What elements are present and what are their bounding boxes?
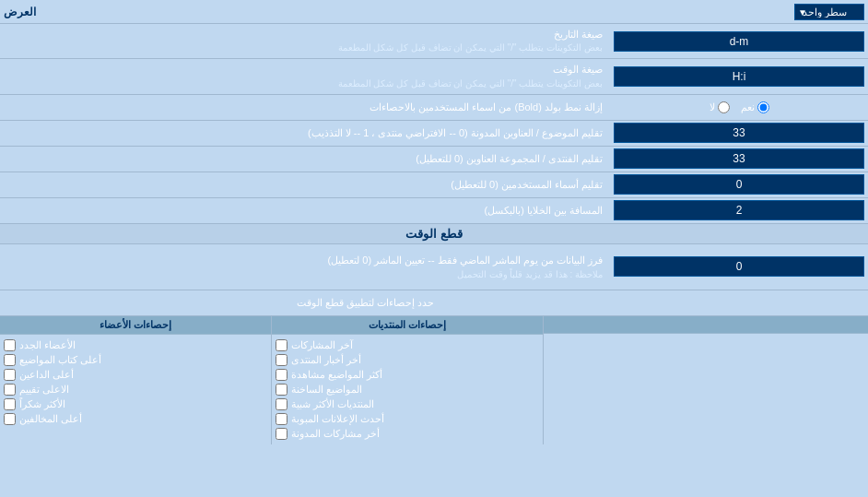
stats-middle-col-header: إحصاءات المنتديات bbox=[272, 316, 543, 335]
forum-sort-input[interactable] bbox=[614, 148, 864, 169]
list-item: أعلى الداعين bbox=[4, 369, 267, 381]
bold-radio-yes-input[interactable] bbox=[757, 101, 769, 113]
time-format-input-wrapper[interactable] bbox=[610, 65, 868, 89]
cutoff-row: فرز البيانات من يوم الماشر الماضي فقط --… bbox=[0, 244, 868, 290]
display-select-wrapper[interactable]: سطر واحدسطرينثلاثة أسطر ▼ bbox=[794, 4, 864, 20]
bold-radio-no-input[interactable] bbox=[718, 101, 730, 113]
stats-left-col: إحصاءات الأعضاء الأعضاء الجدد أعلى كتاب … bbox=[0, 316, 271, 444]
left-checkbox-4[interactable] bbox=[4, 398, 16, 410]
topic-sort-input-wrapper[interactable] bbox=[610, 121, 868, 145]
user-sort-label: تقليم أسماء المستخدمين (0 للتعطيل) bbox=[0, 174, 610, 195]
left-checkbox-0[interactable] bbox=[4, 339, 16, 351]
list-item: الأكثر شكراً bbox=[4, 398, 267, 410]
date-format-row: صيغة التاريخ بعض التكوينات يتطلب "/" الت… bbox=[0, 24, 868, 59]
time-format-label: صيغة الوقت بعض التكوينات يتطلب "/" التي … bbox=[0, 59, 610, 93]
cutoff-header: قطع الوقت bbox=[0, 224, 868, 244]
display-select[interactable]: سطر واحدسطرينثلاثة أسطر bbox=[794, 4, 864, 20]
middle-checkbox-0[interactable] bbox=[276, 339, 287, 351]
date-format-input-wrapper[interactable] bbox=[610, 30, 868, 53]
list-item: المواضيع الساخنة bbox=[276, 384, 539, 396]
topic-sort-label: تقليم الموضوع / العناوين المدونة (0 -- ا… bbox=[0, 123, 610, 144]
middle-checkbox-6[interactable] bbox=[276, 428, 287, 440]
topic-sort-input[interactable] bbox=[614, 123, 864, 143]
list-item: الاعلى تقييم bbox=[4, 384, 267, 396]
list-item: الأعضاء الجدد bbox=[4, 339, 267, 351]
middle-checkbox-1[interactable] bbox=[276, 354, 287, 366]
spacing-row: المسافة بين الخلايا (بالبكسل) bbox=[0, 198, 868, 224]
bold-label: إزالة نمط بولد (Bold) من اسماء المستخدمي… bbox=[0, 97, 610, 118]
stats-left-col-items: الأعضاء الجدد أعلى كتاب المواضيع أعلى ال… bbox=[0, 335, 271, 430]
top-bar-label: العرض bbox=[4, 6, 36, 18]
list-item: المنتديات الأكثر شبية bbox=[276, 398, 539, 410]
spacing-input-wrapper[interactable] bbox=[610, 198, 868, 222]
date-format-input[interactable] bbox=[614, 31, 864, 52]
stats-right-spacer bbox=[543, 316, 869, 444]
bold-radio-yes[interactable]: نعم bbox=[741, 101, 769, 113]
list-item: أخر أخبار المنتدى bbox=[276, 354, 539, 366]
forum-sort-input-wrapper[interactable] bbox=[610, 147, 868, 171]
middle-checkbox-3[interactable] bbox=[276, 384, 287, 396]
time-format-input[interactable] bbox=[614, 66, 864, 87]
topic-sort-row: تقليم الموضوع / العناوين المدونة (0 -- ا… bbox=[0, 121, 868, 147]
cutoff-input-wrapper[interactable] bbox=[610, 253, 868, 280]
list-item: أخر مشاركات المدونة bbox=[276, 428, 539, 440]
date-format-label: صيغة التاريخ بعض التكوينات يتطلب "/" الت… bbox=[0, 24, 610, 58]
user-sort-input-wrapper[interactable] bbox=[610, 172, 868, 196]
spacing-label: المسافة بين الخلايا (بالبكسل) bbox=[0, 200, 610, 221]
time-format-row: صيغة الوقت بعض التكوينات يتطلب "/" التي … bbox=[0, 59, 868, 94]
cutoff-label: فرز البيانات من يوم الماشر الماضي فقط --… bbox=[0, 249, 610, 286]
left-checkbox-3[interactable] bbox=[4, 384, 16, 396]
left-checkbox-2[interactable] bbox=[4, 369, 16, 381]
list-item: أعلى كتاب المواضيع bbox=[4, 354, 267, 366]
forum-sort-label: تقليم الفنتدى / المجموعة العناوين (0 للت… bbox=[0, 148, 610, 170]
bold-radio-options: نعم لا bbox=[610, 98, 868, 117]
middle-checkbox-2[interactable] bbox=[276, 369, 287, 381]
stats-apply-label: حدد إحصاءات لتطبيق قطع الوقت bbox=[7, 297, 434, 309]
forum-sort-row: تقليم الفنتدى / المجموعة العناوين (0 للت… bbox=[0, 147, 868, 172]
middle-checkbox-4[interactable] bbox=[276, 398, 287, 410]
list-item: آخر المشاركات bbox=[276, 339, 539, 351]
list-item: أعلى المخالفين bbox=[4, 413, 267, 425]
list-item: أحدث الإعلانات المبوبة bbox=[276, 413, 539, 425]
stats-left-col-header: إحصاءات الأعضاء bbox=[0, 316, 271, 335]
list-item: أكثر المواضيع مشاهدة bbox=[276, 369, 539, 381]
stats-right-col-header bbox=[544, 316, 869, 334]
user-sort-input[interactable] bbox=[614, 174, 864, 195]
bold-row: نعم لا إزالة نمط بولد (Bold) من اسماء ال… bbox=[0, 95, 868, 121]
stats-middle-col-items: آخر المشاركات أخر أخبار المنتدى أكثر الم… bbox=[272, 335, 543, 444]
spacing-input[interactable] bbox=[614, 200, 864, 220]
user-sort-row: تقليم أسماء المستخدمين (0 للتعطيل) bbox=[0, 172, 868, 198]
left-checkbox-5[interactable] bbox=[4, 413, 16, 425]
stats-middle-col: إحصاءات المنتديات آخر المشاركات أخر أخبا… bbox=[271, 316, 543, 444]
top-bar: سطر واحدسطرينثلاثة أسطر ▼ العرض bbox=[0, 0, 868, 24]
left-checkbox-1[interactable] bbox=[4, 354, 16, 366]
middle-checkbox-5[interactable] bbox=[276, 413, 287, 425]
cutoff-input[interactable] bbox=[614, 256, 864, 277]
stats-right-col-items bbox=[544, 334, 869, 337]
stats-apply-row: حدد إحصاءات لتطبيق قطع الوقت bbox=[0, 290, 868, 316]
bold-radio-no[interactable]: لا bbox=[710, 101, 730, 113]
stats-three-cols: إحصاءات المنتديات آخر المشاركات أخر أخبا… bbox=[0, 316, 868, 444]
